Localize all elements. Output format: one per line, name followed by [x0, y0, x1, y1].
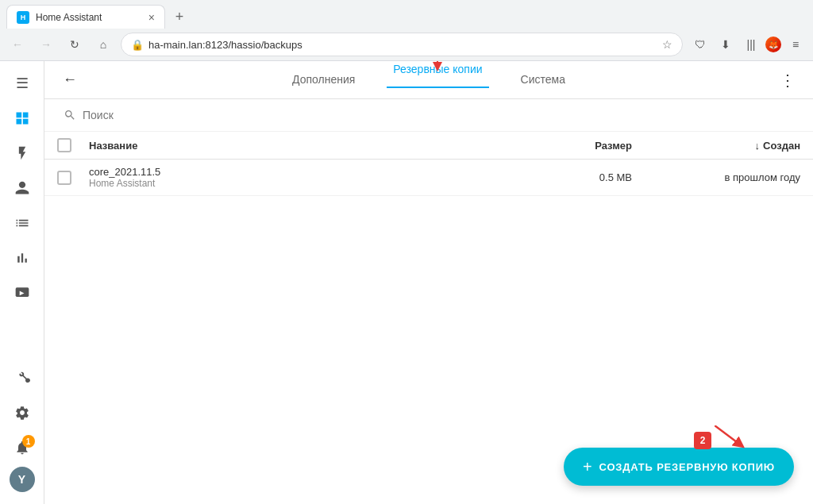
sidebar-item-notifications[interactable]: 1 [6, 432, 38, 464]
table-header: Название Размер ↓ Создан [44, 132, 813, 160]
backup-date: в прошлом году [657, 171, 800, 183]
reload-button[interactable]: ↻ [64, 33, 86, 56]
sidebar-item-media[interactable] [6, 277, 38, 309]
sidebar-item-chart[interactable] [6, 242, 38, 274]
column-date-header: ↓ Создан [657, 140, 800, 152]
address-bar: ← → ↻ ⌂ 🔒 ha-main.lan:8123/hassio/backup… [0, 29, 813, 60]
new-tab-button[interactable]: + [168, 6, 191, 28]
main-content: ← Дополнения Резервные копии 1 [44, 61, 813, 504]
shield-icon[interactable]: 🛡 [689, 33, 711, 56]
back-button[interactable]: ← [57, 67, 83, 93]
select-all-checkbox[interactable] [57, 138, 71, 152]
url-bar[interactable]: 🔒 ha-main.lan:8123/hassio/backups ☆ [121, 33, 683, 56]
browser-actions: 🛡 ⬇ ||| 🦊 ≡ [689, 33, 807, 56]
fab-icon: + [583, 458, 592, 476]
user-avatar[interactable]: Y [10, 467, 35, 492]
notification-count-badge: 1 [22, 435, 35, 448]
tab-addons[interactable]: Дополнения [286, 62, 361, 98]
create-backup-button[interactable]: + СОЗДАТЬ РЕЗЕРВНУЮ КОПИЮ [564, 448, 794, 486]
menu-icon[interactable]: ≡ [784, 33, 807, 56]
top-nav: ← Дополнения Резервные копии 1 [44, 61, 813, 99]
sidebar-hamburger[interactable]: ☰ [6, 67, 38, 99]
more-options-button[interactable]: ⋮ [775, 67, 800, 93]
backup-subtitle: Home Assistant [89, 178, 538, 189]
download-icon[interactable]: ⬇ [715, 33, 737, 56]
sidebar-item-settings[interactable] [6, 397, 38, 429]
history-icon[interactable]: ||| [740, 33, 762, 56]
tab-title: Home Assistant [36, 12, 102, 23]
sidebar-item-dashboard[interactable] [6, 102, 38, 134]
backup-size: 0.5 MB [538, 171, 657, 183]
firefox-icon: 🦊 [765, 37, 781, 52]
tab-system[interactable]: Система [514, 62, 572, 98]
url-text: ha-main.lan:8123/hassio/backups [148, 39, 302, 51]
backup-name: core_2021.11.5 [89, 166, 538, 178]
bookmark-icon[interactable]: ☆ [662, 38, 672, 51]
back-nav-button[interactable]: ← [6, 33, 29, 56]
sidebar-item-list[interactable] [6, 207, 38, 239]
browser-chrome: H Home Assistant × + ← → ↻ ⌂ 🔒 ha-main.l… [0, 0, 813, 61]
sidebar-bottom: 1 Y [6, 362, 38, 498]
forward-nav-button[interactable]: → [35, 33, 57, 56]
tab-close-button[interactable]: × [148, 12, 155, 23]
fab-label: СОЗДАТЬ РЕЗЕРВНУЮ КОПИЮ [599, 461, 775, 473]
search-icon [64, 109, 76, 121]
table-row[interactable]: core_2021.11.5 Home Assistant 0.5 MB в п… [44, 160, 813, 196]
sort-icon[interactable]: ↓ [755, 140, 761, 152]
sidebar-item-lightning[interactable] [6, 137, 38, 169]
home-button[interactable]: ⌂ [92, 33, 114, 56]
nav-tabs: Дополнения Резервные копии 1 [89, 62, 769, 98]
search-bar [44, 99, 813, 132]
column-size-header: Размер [538, 140, 657, 152]
browser-tab[interactable]: H Home Assistant × [6, 5, 165, 29]
sidebar-item-tools[interactable] [6, 362, 38, 394]
fab-container: 2 + СОЗДАТЬ РЕЗЕРВНУЮ КОПИЮ [564, 448, 794, 486]
row-checkbox[interactable] [57, 171, 71, 185]
column-name-header: Название [89, 140, 538, 152]
search-input[interactable] [83, 109, 321, 121]
tab-bar: H Home Assistant × + [0, 0, 813, 29]
tab-favicon: H [17, 11, 29, 24]
tab-backups[interactable]: Резервные копии [387, 61, 488, 88]
sidebar-item-person[interactable] [6, 172, 38, 204]
app-container: ☰ 1 Y [0, 61, 813, 504]
sidebar: ☰ 1 Y [0, 61, 44, 504]
